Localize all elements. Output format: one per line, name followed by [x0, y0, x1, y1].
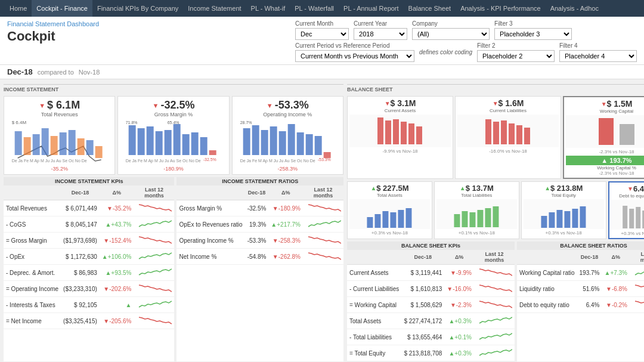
- nav-pl-whatif[interactable]: PL - What-if: [246, 0, 290, 17]
- svg-rect-64: [493, 206, 499, 227]
- current-assets-label: Current Assets: [349, 108, 451, 113]
- filter4-select[interactable]: Placeholder 4: [559, 50, 637, 62]
- total-liabilities-value: $ 13.7M: [466, 184, 494, 193]
- filter2-select[interactable]: Placeholder 2: [477, 50, 555, 62]
- filter3-select[interactable]: Placeholder 3: [494, 28, 572, 40]
- kpi-box-current-liabilities: $ 1.6M Current Liabilities -16.0% vs Nov…: [455, 96, 561, 179]
- bs-ratios-table-header: BALANCE SHEET RATIOS: [517, 242, 644, 250]
- debt-equity-arrow: [627, 185, 633, 192]
- income-kpi-table-header: INCOME STATEMENT KPIs: [4, 177, 174, 185]
- nav-analysis-kpi[interactable]: Analysis - KPI Performance: [456, 0, 546, 17]
- company-select[interactable]: (All): [412, 28, 490, 40]
- working-capital-arrow: [601, 101, 607, 107]
- total-assets-value: $ 227.5M: [376, 184, 408, 193]
- bs-kpi-summary-top: $ 3.1M Current Assets -9.9% vs Nov-18: [347, 96, 644, 179]
- income-tables: INCOME STATEMENT KPIs Dec-18 Δ% Last 12m…: [4, 177, 343, 361]
- svg-rect-19: [191, 132, 199, 155]
- svg-rect-6: [69, 130, 76, 155]
- svg-rect-17: [174, 124, 181, 155]
- svg-rect-61: [469, 212, 475, 227]
- svg-rect-2: [33, 134, 40, 155]
- operating-income-delta: -258.3%: [235, 166, 340, 172]
- income-ratios-table: Dec-18 Δ% Last 12months Gross Margin % -…: [177, 185, 343, 265]
- total-revenues-arrow: [39, 102, 45, 109]
- table-row: - OpEx $ 1,172,630 ▲+106.0%: [4, 249, 174, 265]
- current-year-select[interactable]: 2018: [354, 28, 407, 40]
- nav-pl-waterfall[interactable]: PL - Waterfall: [290, 0, 339, 17]
- table-row: Total Revenues $ 6,071,449 ▼-35.2%: [4, 200, 174, 216]
- table-row: Total Assets $ 227,474,172 ▲+0.3%: [347, 313, 515, 329]
- breadcrumb: Financial Statement Dashboard: [7, 20, 99, 27]
- total-revenues-label: Total Revenues: [7, 112, 112, 117]
- kpi-box-total-liabilities: $ 13.7M Total Liabilities +0.1% vs Nov-1…: [434, 181, 519, 239]
- operating-income-chart: 28.7% -53.3% De Ja Fe M Ap M Ju Ju Au Se…: [235, 119, 340, 164]
- filter-4: Filter 4 Placeholder 4: [559, 42, 637, 62]
- nav-financial-kpis[interactable]: Financial KPIs By Company: [92, 0, 183, 17]
- table-row: = Working Capital $ 1,508,629 ▼-2.3%: [347, 297, 515, 313]
- date-current: Dec-18: [7, 67, 33, 76]
- nav-balance-sheet[interactable]: Balance Sheet: [404, 0, 456, 17]
- income-kpi-summary: $ 6.1M Total Revenues: [4, 96, 343, 175]
- svg-rect-58: [405, 208, 411, 228]
- total-revenues-chart: $ 6.4M De Ja Fe M Ap M Ju Ju Au Se Oc No…: [7, 119, 112, 164]
- total-revenues-delta: -35.2%: [7, 166, 112, 172]
- svg-rect-16: [165, 130, 172, 155]
- svg-rect-69: [572, 209, 578, 228]
- total-assets-arrow: [370, 185, 376, 191]
- svg-rect-47: [501, 120, 507, 144]
- svg-rect-3: [42, 128, 49, 155]
- working-capital-chart: [566, 115, 644, 148]
- nav-analysis-adhoc[interactable]: Analysis - Adhoc: [546, 0, 603, 17]
- svg-rect-51: [599, 118, 614, 145]
- filter-current-month: Current Month Dec: [295, 20, 349, 40]
- svg-rect-67: [556, 210, 562, 228]
- svg-rect-1: [24, 137, 31, 155]
- filter-3: Filter 3 Placeholder 3: [494, 20, 572, 40]
- filter-2: Filter 2 Placeholder 2: [477, 42, 555, 62]
- svg-text:De Ja Fe M Ap M Ju Ju Au Se Oc: De Ja Fe M Ap M Ju Ju Au Se Oc No De: [12, 159, 87, 163]
- svg-text:De Ja Fe M Ap M Ju Ju Au Se Oc: De Ja Fe M Ap M Ju Ju Au Se Oc No De: [126, 159, 201, 163]
- balance-sheet-panel: BALANCE SHEET $ 3.1M Current Assets: [347, 83, 644, 361]
- svg-rect-49: [516, 125, 522, 144]
- page-title: Cockpit: [7, 29, 99, 44]
- table-row: Gross Margin % -32.5% ▼-180.9%: [177, 200, 343, 216]
- svg-rect-28: [261, 130, 268, 155]
- kpi-box-total-equity: $ 213.8M Total Equity +0.3% vs Nov-18: [521, 181, 606, 239]
- kpi-box-total-assets: $ 227.5M Total Assets +0.3% vs Nov-18: [347, 181, 432, 239]
- income-ratios-table-container: INCOME STATEMENT RATIOS Dec-18 Δ% Last 1…: [177, 177, 343, 361]
- svg-rect-34: [314, 136, 321, 155]
- header-area: Financial Statement Dashboard Cockpit Cu…: [0, 17, 644, 65]
- svg-rect-42: [401, 122, 407, 144]
- nav-home[interactable]: Home: [5, 0, 32, 17]
- svg-rect-5: [60, 132, 67, 155]
- svg-rect-33: [305, 134, 312, 155]
- color-coding-label: defines color coding: [419, 49, 472, 55]
- table-row: OpEx to Revenues ratio 19.3% ▲+217.7%: [177, 216, 343, 233]
- svg-rect-12: [129, 125, 136, 155]
- svg-text:28.7%: 28.7%: [240, 120, 252, 125]
- current-month-select[interactable]: Dec: [295, 28, 349, 40]
- bs-tables: BALANCE SHEET KPIs Dec-18 Δ% Last 12mont…: [347, 242, 644, 361]
- svg-rect-13: [138, 128, 145, 155]
- gross-margin-delta: -180.9%: [120, 166, 226, 172]
- svg-rect-29: [270, 126, 277, 155]
- current-assets-arrow: [385, 100, 391, 107]
- debt-equity-label: Debt to equity ratio: [611, 193, 644, 199]
- bs-ratios-table: Dec-18 Δ% Last 12months Working Capital …: [517, 250, 644, 313]
- nav-cockpit-finance[interactable]: Cockpit - Finance: [32, 0, 92, 17]
- svg-text:De Ja Fe M Ap M Ju Ju Au Se Oc: De Ja Fe M Ap M Ju Ju Au Se Oc No De: [240, 159, 315, 163]
- svg-rect-55: [382, 211, 388, 228]
- kpi-box-total-revenues: $ 6.1M Total Revenues: [4, 96, 115, 175]
- debt-equity-value: 6.4%: [633, 184, 644, 193]
- svg-rect-62: [477, 210, 483, 227]
- svg-rect-53: [367, 217, 373, 228]
- svg-rect-21: [209, 150, 216, 155]
- svg-rect-70: [580, 206, 586, 228]
- svg-rect-48: [509, 123, 515, 144]
- nav-income-statement[interactable]: Income Statement: [183, 0, 246, 17]
- nav-pl-annual[interactable]: PL - Annual Report: [339, 0, 404, 17]
- current-period-select[interactable]: Current Month vs Previous Month: [295, 50, 414, 62]
- income-kpi-table: Dec-18 Δ% Last 12months Total Revenues $…: [4, 185, 174, 329]
- table-row: - Interests & Taxes $ 92,105 ▲: [4, 297, 174, 313]
- svg-rect-40: [385, 120, 391, 144]
